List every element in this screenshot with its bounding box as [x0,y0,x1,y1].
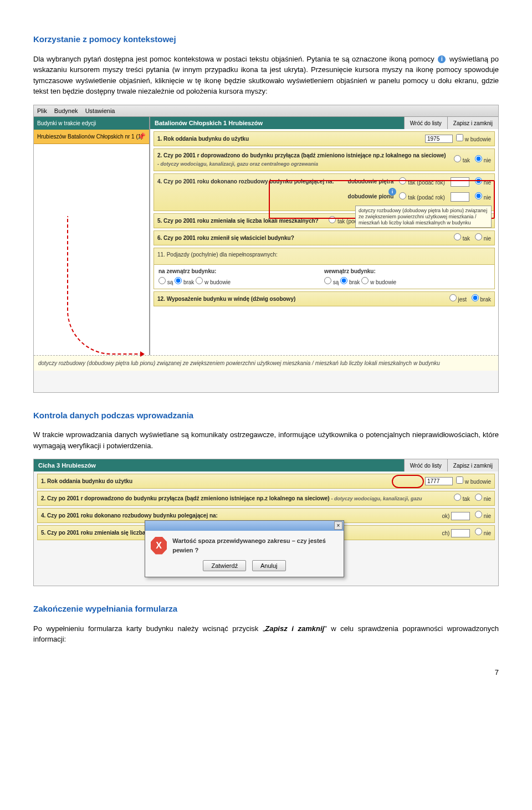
ss2-q1-year-input[interactable] [425,477,453,485]
q4-r2-nie[interactable] [475,192,482,199]
sidebar-item-label: Hrubieszów Batalionów Chłopskich nr 1 (1… [37,134,143,140]
save-and-close-button-2[interactable]: Zapisz i zamknij [447,459,498,471]
menu-plik[interactable]: Plik [37,107,47,114]
menubar: Plik Budynek Ustawienia [34,105,498,117]
q5-radio-tak[interactable] [329,216,336,223]
ss2-q1-label: 1. Rok oddania budynku do użytku [41,477,422,485]
q11-out-brak-label: brak [183,279,194,285]
q11-out-brak[interactable] [175,277,182,284]
q11-out-sa[interactable] [158,277,166,284]
q5-label: 5. Czy po 2001 roku zmieniała się liczba… [157,217,322,225]
q6-radio-tak[interactable] [454,233,461,240]
q2-label: 2. Czy po 2001 r doprowadzono do budynku… [157,151,447,168]
q11-in-brak[interactable] [340,277,347,284]
ss2-q2-radio-tak[interactable] [454,494,461,501]
q12-jest-label: jest [458,296,467,303]
page-number: 7 [33,667,499,678]
ss2-q5-nie-label: nie [484,530,491,536]
ss2-question-2: 2. Czy po 2001 r doprowadzono do budynku… [37,491,495,506]
dialog-confirm-button[interactable]: Zatwierdź [203,560,246,571]
ss2-q4-label: 4. Czy po 2001 roku dokonano rozbudowy b… [41,511,438,520]
annotation-arrowhead [140,351,145,357]
question-2: 2. Czy po 2001 r doprowadzono do budynku… [154,148,495,171]
q4-row1-name: dobudowie piętra [348,177,394,187]
q4-r1-tak-label: tak (podać rok) [408,180,445,186]
q1-label: 1. Rok oddania budynku do użytku [157,135,422,143]
back-to-list-button[interactable]: Wróć do listy [404,117,447,129]
question-12: 12. Wyposażenie budynku w windę (dźwig o… [154,291,495,306]
q2-tak-label: tak [463,157,470,163]
ss2-q1-wbudowie-checkbox[interactable] [456,476,463,484]
dialog-message: Wartość spoza przewidywanego zakresu – c… [172,536,338,555]
q4-r1-nie[interactable] [475,177,482,184]
q2-radio-nie[interactable] [475,155,482,162]
save-and-close-button[interactable]: Zapisz i zamknij [447,117,498,129]
q12-radio-brak[interactable] [472,294,479,301]
q2-radio-tak[interactable] [454,155,461,162]
tooltip: dotyczy rozbudowy (dobudowy piętra lub p… [355,206,492,228]
q2-note: - dotyczy wodociągu, kanalizacji, gazu o… [157,161,318,167]
menu-ustawienia[interactable]: Ustawienia [85,107,115,114]
sidebar-item-building[interactable]: Hrubieszów Batalionów Chłopskich nr 1 (1… [34,130,149,144]
ss2-q5-count[interactable] [451,529,470,537]
q11-in-wbud-label: w budowie [370,279,396,285]
dialog-close-button[interactable]: × [334,521,342,530]
finish-text-b: Zapisz i zamknij [265,624,324,633]
q12-radio-jest[interactable] [449,294,457,301]
q4-r2-tak-label: tak (podać rok) [408,194,445,201]
ss2-q5-radio-nie[interactable] [475,528,482,535]
ss2-q2-radio-nie[interactable] [475,494,482,501]
question-11: 11. Podjazdy (pochylnie) dla niepełnospr… [154,248,495,289]
ss2-q4-year[interactable] [451,512,470,520]
q11-out-sa-label: są [167,279,173,285]
q11-in-sa-label: są [333,279,339,285]
q6-radio-nie[interactable] [475,233,482,240]
help-panel: dotyczy rozbudowy (dobudowy piętra lub p… [34,355,498,371]
finish-text-a: Po wypełnieniu formularza karty budynku … [33,624,265,633]
q6-tak-label: tak [463,235,470,242]
q4-r1-tak[interactable] [399,177,406,184]
q11-label: 11. Podjazdy (pochylnie) dla niepełnospr… [157,250,491,259]
back-to-list-button-2[interactable]: Wróć do listy [404,459,447,471]
stop-icon: X [151,537,167,555]
context-help-text-part1: Dla wybranych pytań dostępna jest pomoc … [33,55,434,63]
ss2-q4-suffix: ok) [442,513,449,519]
q11-in-sa[interactable] [324,277,331,284]
q11-out-wbud[interactable] [196,277,203,284]
q11-in-brak-label: brak [349,279,360,285]
info-icon[interactable]: i [388,188,396,196]
q11-inside-label: wewnątrz budynku: [324,267,490,275]
q4-r1-year[interactable] [451,177,469,187]
q2-label-text: 2. Czy po 2001 r doprowadzono do budynku… [157,152,446,158]
q4-r2-year[interactable] [451,192,469,202]
screenshot-context-help: Plik Budynek Ustawienia Budynki w trakci… [33,105,499,393]
info-icon: i [438,55,446,63]
form-header: Batalionów Chłopskich 1 Hrubieszów Wróć … [150,117,498,129]
q2-radios: tak nie [451,155,491,165]
ss2-q2-note: - dotyczy wodociągu, kanalizacji, gazu [331,496,422,501]
q1-year-input[interactable] [425,135,453,143]
sidebar-header: Budynki w trakcie edycji [34,117,149,130]
dialog-titlebar: × [145,521,344,531]
q11-outside-label: na zewnątrz budynku: [158,267,324,275]
sidebar: Budynki w trakcie edycji Hrubieszów Bata… [34,117,150,355]
q12-brak-label: brak [480,296,491,303]
section-title-validation: Kontrola danych podczas wprowadzania [33,409,499,422]
q4-r2-tak[interactable] [399,192,406,199]
form-title-2: Cicha 3 Hrubieszów [34,461,404,470]
menu-budynek[interactable]: Budynek [54,107,78,114]
q6-nie-label: nie [484,235,491,242]
context-help-paragraph: Dla wybranych pytań dostępna jest pomoc … [33,54,499,97]
warning-dialog: × X Wartość spoza przewidywanego zakresu… [145,520,344,577]
q6-label: 6. Czy po 2001 roku zmienił się właścici… [157,234,447,242]
dialog-cancel-button[interactable]: Anuluj [252,560,286,571]
ss2-q4-radio-nie[interactable] [475,511,482,518]
q4-r1-nie-label: nie [484,180,491,186]
ss2-q4-nie-label: nie [484,513,491,519]
q1-wbudowie-checkbox[interactable] [456,134,463,141]
q4-r2-nie-label: nie [484,194,491,201]
question-1: 1. Rok oddania budynku do użytku w budow… [154,131,495,146]
section-title-finish: Zakończenie wypełniania formularza [33,603,499,616]
ss2-q2-tak-label: tak [463,496,470,502]
q11-in-wbud[interactable] [361,277,369,284]
